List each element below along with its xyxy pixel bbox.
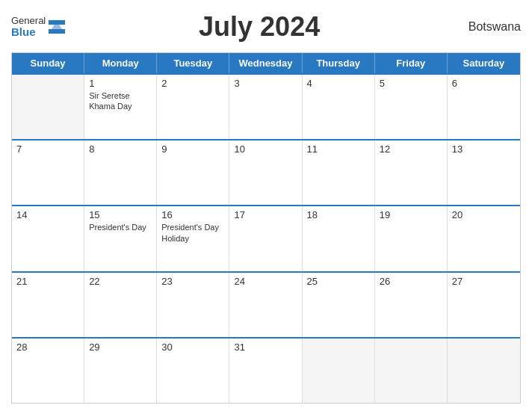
calendar-body: 1Sir Seretse Khama Day234567891011121314… [12, 73, 520, 403]
logo-general: General [11, 16, 46, 26]
cell-w5-d2: 30 [157, 339, 229, 403]
cell-w5-d6 [448, 339, 520, 403]
cell-w1-d0 [12, 75, 84, 139]
country-name: Botswana [454, 20, 521, 34]
cell-w5-d4 [303, 339, 375, 403]
header-wednesday: Wednesday [229, 53, 302, 73]
header-saturday: Saturday [448, 53, 520, 73]
cell-w3-d0: 14 [12, 206, 84, 271]
day-number: 14 [16, 209, 79, 220]
day-number: 30 [161, 342, 224, 353]
cell-w2-d6: 13 [448, 140, 520, 205]
cell-w1-d6: 6 [448, 75, 520, 139]
calendar: Sunday Monday Tuesday Wednesday Thursday… [11, 52, 521, 404]
week-1: 1Sir Seretse Khama Day23456 [12, 73, 520, 139]
day-number: 3 [234, 78, 297, 89]
day-number: 21 [16, 276, 79, 287]
page: General Blue July 2024 Botswana Sunday M… [0, 0, 532, 411]
cell-w2-d3: 10 [229, 140, 302, 205]
event-label: President's Day [89, 222, 152, 232]
event-label: Sir Seretse Khama Day [89, 90, 152, 112]
cell-w4-d0: 21 [12, 273, 84, 337]
day-number: 2 [161, 78, 224, 89]
day-number: 13 [452, 143, 516, 155]
day-number: 22 [89, 276, 152, 287]
cell-w4-d1: 22 [84, 273, 157, 337]
cell-w5-d5 [375, 339, 448, 403]
day-number: 18 [307, 209, 370, 220]
cell-w5-d0: 28 [12, 339, 84, 403]
header-friday: Friday [375, 53, 448, 73]
day-number: 11 [307, 143, 370, 155]
week-5: 28293031 [12, 337, 520, 403]
logo: General Blue [11, 16, 65, 39]
day-number: 31 [234, 342, 297, 353]
header-sunday: Sunday [12, 53, 84, 73]
day-number: 7 [16, 143, 79, 155]
day-number: 26 [380, 276, 442, 287]
cell-w3-d1: 15President's Day [84, 206, 157, 271]
header-thursday: Thursday [303, 53, 375, 73]
day-number: 8 [89, 143, 152, 155]
header: General Blue July 2024 Botswana [11, 7, 521, 46]
day-number: 12 [380, 143, 442, 155]
calendar-title: July 2024 [65, 11, 454, 43]
cell-w4-d2: 23 [157, 273, 229, 337]
header-monday: Monday [84, 53, 157, 73]
day-number: 1 [89, 78, 152, 89]
day-number: 28 [16, 342, 79, 353]
cell-w1-d2: 2 [157, 75, 229, 139]
day-number: 10 [234, 143, 297, 155]
cell-w5-d3: 31 [229, 339, 302, 403]
cell-w2-d5: 12 [375, 140, 448, 205]
week-2: 78910111213 [12, 139, 520, 205]
cell-w2-d0: 7 [12, 140, 84, 205]
week-4: 21222324252627 [12, 271, 520, 337]
header-tuesday: Tuesday [157, 53, 229, 73]
cell-w1-d1: 1Sir Seretse Khama Day [84, 75, 157, 139]
day-number: 20 [452, 209, 516, 220]
cell-w4-d3: 24 [229, 273, 302, 337]
day-number: 15 [89, 209, 152, 220]
cell-w3-d4: 18 [303, 206, 375, 271]
cell-w1-d5: 5 [375, 75, 448, 139]
logo-blue: Blue [11, 26, 36, 39]
day-number: 23 [161, 276, 224, 287]
cell-w2-d2: 9 [157, 140, 229, 205]
day-number: 24 [234, 276, 297, 287]
day-number: 19 [380, 209, 442, 220]
day-number: 9 [161, 143, 224, 155]
cell-w2-d4: 11 [303, 140, 375, 205]
day-number: 25 [307, 276, 370, 287]
day-number: 16 [161, 209, 224, 220]
cell-w4-d5: 26 [375, 273, 448, 337]
day-number: 6 [452, 78, 516, 89]
cell-w3-d6: 20 [448, 206, 520, 271]
cell-w1-d4: 4 [303, 75, 375, 139]
day-number: 29 [89, 342, 152, 353]
cell-w1-d3: 3 [229, 75, 302, 139]
week-3: 1415President's Day16President's Day Hol… [12, 205, 520, 271]
cell-w5-d1: 29 [84, 339, 157, 403]
day-number: 17 [234, 209, 297, 220]
cell-w3-d2: 16President's Day Holiday [157, 206, 229, 271]
cell-w2-d1: 8 [84, 140, 157, 205]
event-label: President's Day Holiday [161, 222, 224, 244]
day-number: 27 [452, 276, 516, 287]
cell-w3-d5: 19 [375, 206, 448, 271]
cell-w3-d3: 17 [229, 206, 302, 271]
calendar-header: Sunday Monday Tuesday Wednesday Thursday… [12, 53, 520, 73]
cell-w4-d4: 25 [303, 273, 375, 337]
flag-icon [49, 20, 65, 34]
day-number: 4 [307, 78, 370, 89]
day-number: 5 [380, 78, 442, 89]
cell-w4-d6: 27 [448, 273, 520, 337]
